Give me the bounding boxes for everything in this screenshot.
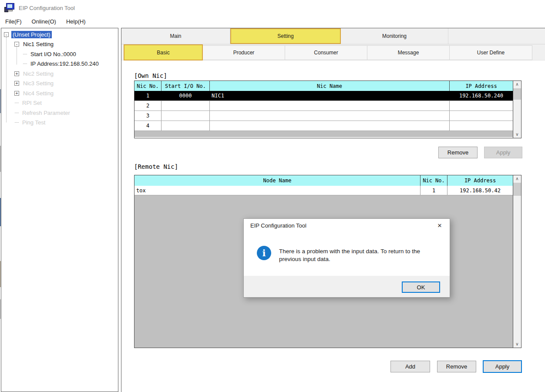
- column-header-start-io: Start I/O No.: [161, 81, 210, 91]
- message-dialog: EIP Configuration Tool ✕ i There is a pr…: [243, 218, 450, 298]
- tree-collapse-icon[interactable]: -: [4, 32, 9, 37]
- remote-nic-row-1[interactable]: tox 1 192.168.50.42: [135, 186, 521, 195]
- remote-nic-scrollbar[interactable]: ∧ ∨: [513, 175, 521, 348]
- column-header-ip-address: IP Address: [447, 175, 513, 186]
- own-nic-remove-button[interactable]: Remove: [438, 147, 478, 158]
- dialog-footer: OK: [244, 276, 450, 297]
- tree-item-nic4-setting[interactable]: + Nic4 Setting: [14, 89, 55, 97]
- tree-stub-line: [15, 122, 19, 123]
- cell-ip-address: 192.168.50.240: [450, 91, 513, 101]
- tree-item-label: (Unset Project): [11, 31, 52, 38]
- dialog-close-icon[interactable]: ✕: [431, 220, 449, 231]
- tab-basic[interactable]: Basic: [124, 44, 203, 60]
- own-nic-row-3[interactable]: 3: [135, 111, 521, 121]
- own-nic-row-4[interactable]: 4: [135, 121, 521, 131]
- tree-expand-icon[interactable]: +: [14, 81, 19, 86]
- remote-nic-apply-button[interactable]: Apply: [483, 360, 522, 373]
- scrollbar-thumb[interactable]: [513, 183, 521, 196]
- cell-nic-name: NIC1: [210, 91, 450, 101]
- column-header-nic-name: Nic Name: [210, 81, 450, 91]
- tree-connector-line: [17, 47, 17, 64]
- tab-monitoring[interactable]: Monitoring: [341, 28, 448, 44]
- own-nic-row-1[interactable]: 1 0000 NIC1 192.168.50.240: [135, 91, 521, 101]
- tree-item-label: Ping Test: [21, 119, 47, 126]
- tab-producer[interactable]: Producer: [203, 45, 285, 60]
- remote-nic-remove-button[interactable]: Remove: [437, 361, 476, 372]
- tree-expand-icon[interactable]: +: [14, 71, 19, 76]
- tab-message[interactable]: Message: [367, 45, 450, 60]
- cell-nic-no: 4: [135, 121, 161, 131]
- settings-panel: Main Setting Monitoring Basic Producer C…: [121, 28, 545, 392]
- scroll-down-icon[interactable]: ∨: [513, 131, 521, 138]
- dialog-ok-button[interactable]: OK: [402, 281, 440, 293]
- menu-online[interactable]: Online(O): [31, 17, 57, 26]
- tree-item-start-io[interactable]: Start I/O No.:0000: [23, 50, 77, 58]
- cell-node-name: tox: [135, 186, 421, 195]
- cell-start-io: [161, 111, 210, 121]
- project-tree-panel: - (Unset Project) - Nic1 Setting Start I…: [1, 28, 118, 392]
- tree-item-label: Start I/O No.:0000: [29, 50, 77, 58]
- cell-ip-address: 192.168.50.42: [447, 186, 513, 195]
- tree-item-label: Refresh Parameter: [21, 109, 71, 117]
- dialog-title-bar: EIP Configuration Tool: [244, 219, 450, 232]
- cell-nic-name: [210, 101, 450, 111]
- tree-item-unset-project[interactable]: - (Unset Project): [4, 30, 52, 39]
- tab-bar-filler: [532, 44, 545, 60]
- title-bar: EIP Configuration Tool: [0, 0, 545, 16]
- column-header-nic-no: Nic No.: [421, 175, 447, 186]
- tree-collapse-icon[interactable]: -: [14, 42, 19, 47]
- remote-nic-section-label: [Remote Nic]: [134, 163, 178, 170]
- own-nic-table: Nic No. Start I/O No. Nic Name IP Addres…: [134, 80, 521, 138]
- tree-item-label: RPI Set: [21, 99, 43, 107]
- tree-expand-icon[interactable]: +: [14, 91, 19, 96]
- cell-start-io: [161, 101, 210, 111]
- own-nic-scrollbar[interactable]: ∧ ∨: [513, 81, 521, 138]
- info-icon: i: [257, 246, 271, 260]
- cell-ip-address: [450, 101, 513, 111]
- own-nic-section-label: [Own Nic]: [134, 72, 167, 79]
- tree-item-label: Nic2 Setting: [22, 70, 55, 77]
- dialog-title: EIP Configuration Tool: [250, 222, 306, 229]
- cell-nic-no: 3: [135, 111, 161, 121]
- tree-item-refresh-parameter[interactable]: Refresh Parameter: [15, 108, 71, 117]
- tree-stub-line: [23, 64, 27, 64]
- cell-nic-no: 2: [135, 101, 161, 111]
- tree-item-nic2-setting[interactable]: + Nic2 Setting: [14, 69, 55, 78]
- sub-tab-bar: Basic Producer Consumer Message User Def…: [121, 44, 545, 60]
- tree-item-label: Nic4 Setting: [22, 90, 55, 97]
- tab-main[interactable]: Main: [121, 28, 230, 44]
- remote-nic-add-button[interactable]: Add: [390, 361, 430, 372]
- own-nic-row-2[interactable]: 2: [135, 101, 521, 111]
- tree-stub-line: [15, 103, 19, 103]
- tab-bar-filler: [448, 28, 545, 44]
- tree-stub-line: [15, 113, 19, 113]
- tab-setting[interactable]: Setting: [230, 28, 341, 44]
- cell-ip-address: [450, 121, 513, 131]
- column-header-ip-address: IP Address: [450, 81, 513, 91]
- cell-ip-address: [450, 111, 513, 121]
- tree-item-label: Nic3 Setting: [22, 80, 55, 87]
- cell-nic-no: 1: [135, 91, 161, 101]
- tree-item-nic3-setting[interactable]: + Nic3 Setting: [14, 79, 55, 87]
- cell-nic-no: 1: [421, 186, 447, 195]
- menu-bar: File(F) Online(O) Help(H): [0, 16, 545, 27]
- tree-stub-line: [23, 54, 27, 54]
- tree-item-rpi-set[interactable]: RPI Set: [15, 98, 43, 107]
- tree-item-nic1-setting[interactable]: - Nic1 Setting: [14, 40, 55, 48]
- menu-file[interactable]: File(F): [4, 17, 23, 26]
- scroll-up-icon[interactable]: ∧: [513, 81, 521, 88]
- menu-help[interactable]: Help(H): [65, 17, 87, 26]
- tab-consumer[interactable]: Consumer: [285, 45, 367, 60]
- tree-item-ping-test[interactable]: Ping Test: [15, 118, 47, 127]
- column-header-nic-no: Nic No.: [135, 81, 161, 91]
- tab-user-define[interactable]: User Define: [450, 45, 532, 60]
- tree-item-label: Nic1 Setting: [22, 40, 55, 48]
- tree-item-ip-address[interactable]: IP Address:192.168.50.240: [23, 59, 100, 68]
- scroll-down-icon[interactable]: ∨: [513, 341, 521, 348]
- own-nic-apply-button[interactable]: Apply: [484, 147, 522, 158]
- own-nic-header-row: Nic No. Start I/O No. Nic Name IP Addres…: [135, 81, 521, 91]
- remote-nic-header-row: Node Name Nic No. IP Address: [135, 175, 521, 186]
- scrollbar-thumb[interactable]: [513, 88, 521, 100]
- scroll-up-icon[interactable]: ∧: [513, 175, 521, 182]
- cell-start-io: 0000: [161, 91, 210, 101]
